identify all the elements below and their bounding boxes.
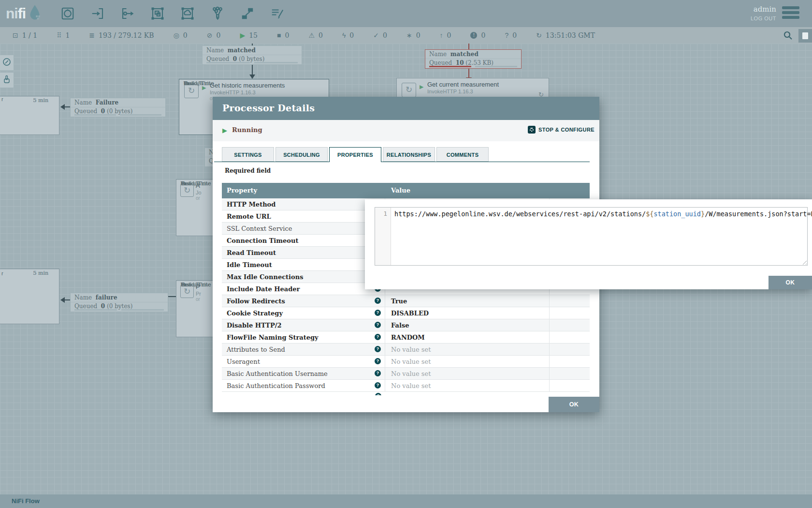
connection-label-matched-current[interactable]: Name matched Queued 10 (2.53 KB) xyxy=(425,49,522,69)
help-icon[interactable]: ? xyxy=(375,358,381,364)
dialog-header: Processor Details xyxy=(213,97,599,120)
remote-process-group-icon[interactable] xyxy=(179,5,196,22)
property-value-cell[interactable]: True xyxy=(385,295,550,307)
help-icon[interactable]: ? xyxy=(375,370,381,376)
connection-arrow xyxy=(60,104,65,110)
funnel-icon[interactable] xyxy=(209,5,226,22)
queued-size-bar xyxy=(475,66,517,67)
url-text: /W/measurements.json?start=P30D xyxy=(705,210,812,218)
breadcrumb-bar: NiFi Flow xyxy=(0,494,812,508)
el-open: ${ xyxy=(646,210,653,218)
global-menu-icon[interactable] xyxy=(782,6,799,19)
tab[interactable]: COMMENTS xyxy=(436,147,489,162)
editor-ok-button[interactable]: OK xyxy=(768,276,812,289)
property-name-cell: Disable HTTP/2 ? xyxy=(222,319,385,331)
template-icon[interactable] xyxy=(239,5,256,22)
help-icon[interactable]: ? xyxy=(375,346,381,352)
status-icon: ⠿ xyxy=(57,31,61,39)
queued-size-bar xyxy=(121,309,164,311)
connection-name-label: Name xyxy=(74,294,92,301)
status-item: ? 0 xyxy=(505,31,517,39)
status-value: 0 xyxy=(217,31,221,39)
property-name: Attributes to Send xyxy=(227,346,285,353)
queued-size: (2.53 KB) xyxy=(465,60,493,66)
property-name-cell: Remote URL ? xyxy=(222,210,385,222)
flow-settings-button[interactable] xyxy=(798,29,812,43)
property-name-cell: Connection Timeout ? xyxy=(222,235,385,246)
property-name-cell: Include Date Header ? xyxy=(222,283,385,295)
navigate-palette-button[interactable] xyxy=(0,55,14,71)
connection-line xyxy=(65,299,70,300)
property-value-cell[interactable]: No value set xyxy=(385,368,550,379)
status-icon: ≣ xyxy=(89,31,95,39)
breadcrumb[interactable]: NiFi Flow xyxy=(12,497,40,505)
input-port-icon[interactable] xyxy=(89,5,106,22)
resize-handle[interactable] xyxy=(801,259,807,265)
property-value-cell[interactable]: No value set xyxy=(385,380,550,391)
property-row-partial: ? xyxy=(222,392,590,395)
status-item: ! 0 xyxy=(470,31,485,39)
required-field-note: Required field xyxy=(225,167,271,174)
queued-percent-bar xyxy=(429,66,471,67)
property-value-cell[interactable]: DISABLED xyxy=(385,307,550,319)
property-value-cell[interactable]: RANDOM xyxy=(385,331,550,343)
stop-and-configure-button[interactable]: STOP & CONFIGURE xyxy=(528,126,594,134)
process-group-icon[interactable] xyxy=(149,5,166,22)
help-icon[interactable]: ? xyxy=(375,298,381,304)
connection-name-label: Name xyxy=(206,47,224,54)
queued-size: (0 bytes) xyxy=(107,108,132,115)
tab[interactable]: PROPERTIES xyxy=(329,147,381,162)
processor-left-upper-partial[interactable]: r 5 min5 min5 min5 min xyxy=(0,96,59,135)
processor-icon[interactable] xyxy=(59,5,76,22)
connection-label-matched-historic[interactable]: Name matched Queued 0 (0 bytes) xyxy=(202,45,302,65)
property-name-cell: Read Timeout ? xyxy=(222,247,385,258)
property-row: Follow Redirects ? True xyxy=(222,295,590,307)
property-value-cell[interactable]: No value set xyxy=(385,356,550,367)
label-icon[interactable] xyxy=(269,5,286,22)
status-icon: ⚠ xyxy=(308,31,315,39)
output-port-icon[interactable] xyxy=(119,5,136,22)
processor-type-fragment: Jo xyxy=(196,190,202,195)
property-value-cell[interactable]: False xyxy=(385,319,550,331)
current-user: admin xyxy=(754,5,776,14)
queued-percent-bar xyxy=(206,62,250,63)
connection-label-failure-lower[interactable]: Name failure Queued 0 (0 bytes) xyxy=(70,293,168,312)
el-close: } xyxy=(701,210,705,218)
queued-label: Queued xyxy=(429,60,452,66)
queued-size: (0 bytes) xyxy=(107,303,132,310)
status-item: ◎ 0 xyxy=(174,31,188,39)
processor-left-lower-partial[interactable]: r 5 min5 min5 min5 min xyxy=(0,269,59,324)
connection-name-label: Name xyxy=(429,51,447,58)
search-button[interactable] xyxy=(783,30,793,42)
property-value: False xyxy=(391,322,409,329)
value-editor[interactable]: 1 https://www.pegelonline.wsv.de/webserv… xyxy=(375,207,808,266)
remote-url-value[interactable]: https://www.pegelonline.wsv.de/webservic… xyxy=(394,210,805,218)
tab[interactable]: SCHEDULING xyxy=(276,147,328,162)
connection-label-failure-upper[interactable]: Name Failure Queued 0 (0 bytes) xyxy=(70,98,166,117)
status-item: ⊡ 1 / 1 xyxy=(13,31,37,39)
help-icon[interactable]: ? xyxy=(375,382,381,388)
help-icon[interactable]: ? xyxy=(375,322,381,328)
drop-icon xyxy=(28,4,42,23)
logout-link[interactable]: LOG OUT xyxy=(751,15,776,21)
url-text: https://www.pegelonline.wsv.de/webservic… xyxy=(394,210,646,218)
status-icon: ⊡ xyxy=(13,31,18,39)
connection-name: matched xyxy=(450,51,478,58)
help-icon[interactable]: ? xyxy=(375,310,381,316)
help-icon: ? xyxy=(375,393,381,395)
operate-palette-button[interactable] xyxy=(0,72,14,88)
property-name: Basic Authentication Username xyxy=(227,370,328,377)
property-name: Remote URL xyxy=(227,213,271,220)
status-item: ▶ 15 xyxy=(240,31,258,39)
processor-bundle-fragment: or xyxy=(196,297,200,302)
help-icon[interactable]: ? xyxy=(375,334,381,340)
row-spacer xyxy=(550,319,590,331)
tab[interactable]: RELATIONSHIPS xyxy=(383,147,435,162)
gear-icon xyxy=(528,126,536,134)
property-value-cell[interactable]: No value set xyxy=(385,344,550,355)
compass-icon xyxy=(2,58,11,68)
property-name: HTTP Method xyxy=(227,201,276,208)
dialog-ok-button[interactable]: OK xyxy=(549,397,599,412)
tab[interactable]: SETTINGS xyxy=(222,147,274,162)
status-icon: ✓ xyxy=(373,31,379,39)
